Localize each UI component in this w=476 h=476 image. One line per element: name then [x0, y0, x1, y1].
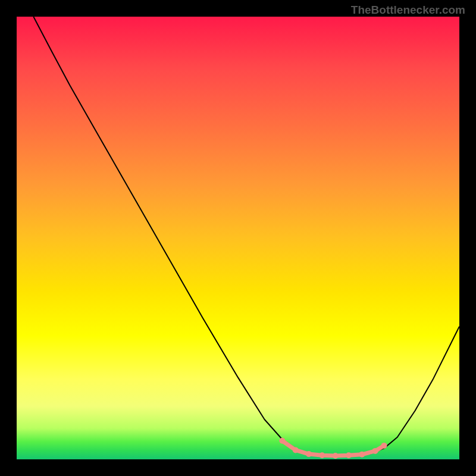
chart-svg [17, 17, 459, 459]
plot-area [17, 17, 459, 459]
valley-highlight-dot [372, 448, 378, 454]
valley-highlight-dot [346, 452, 352, 458]
curve-line [33, 17, 459, 456]
valley-highlight-dot [279, 438, 285, 444]
valley-highlight-dot [319, 452, 325, 458]
valley-highlight-dot [333, 453, 339, 459]
valley-highlight-dot [381, 443, 387, 449]
attribution-text: TheBottlenecker.com [351, 4, 465, 17]
valley-highlight-dot [359, 452, 365, 458]
valley-highlight-dot [293, 447, 299, 453]
chart-container: TheBottlenecker.com [0, 0, 476, 476]
valley-highlight-dot [306, 451, 312, 457]
